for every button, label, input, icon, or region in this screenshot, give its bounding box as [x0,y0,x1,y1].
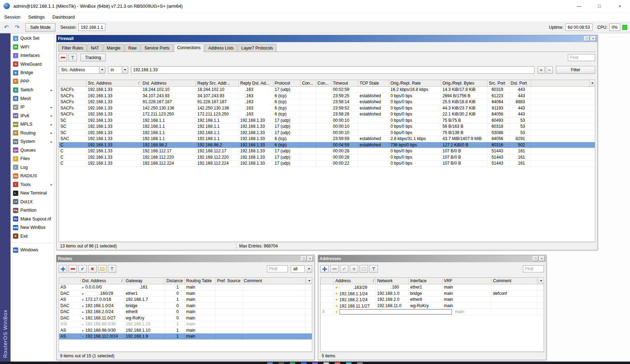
sidebar-item-routing[interactable]: RRouting▸ [11,129,54,138]
filter-operator-dropdown-button[interactable] [122,66,128,74]
taskbar-icon[interactable] [267,362,273,364]
column-header-comment[interactable]: Comment [242,278,306,284]
restore-button[interactable]: □ [533,256,538,261]
disable-route-button[interactable]: ✖ [88,265,97,273]
taskbar-icon[interactable] [312,362,318,364]
close-window-button[interactable]: × [539,256,545,261]
minimize-button[interactable]: — [569,0,589,12]
sidebar-item-queues[interactable]: QuQueues [11,146,54,155]
sidebar-item-radius[interactable]: RaRADIUS [11,172,54,180]
column-menu-button[interactable] [538,278,544,284]
route-row[interactable]: DAC▸192.168.2.0/24ether80main [59,309,312,315]
maximize-button[interactable]: □ [589,0,610,12]
column-menu-button[interactable] [306,278,312,284]
connection-row[interactable]: C192.168.1.33192.168.112.220192.168.112.… [59,154,595,161]
filter-apply-button[interactable]: Filter [556,66,595,74]
sidebar-item-new-winbox[interactable]: WBNew WinBox [11,223,54,232]
remove-address-button[interactable] [330,265,339,273]
column-header-protocol[interactable]: Protocol [273,80,301,86]
tracking-button[interactable]: Tracking [80,54,106,61]
column-header-vrf[interactable]: VRF [442,278,492,284]
connection-row[interactable]: SC192.168.1.33192.168.1.1192.168.1.1192.… [59,118,595,124]
connection-row[interactable]: SACFs192.168.1.33142.250.130.136142.250.… [59,105,595,112]
column-header-tcp-state[interactable]: TCP State [358,80,389,86]
addresses-find-input[interactable] [523,265,544,272]
sidebar-item-switch[interactable]: SSwitch▸ [11,86,54,94]
column-header-address[interactable]: Address/ [334,278,376,284]
route-row[interactable]: DAC▸192.168.11.0/27wg-RoKry0main [59,315,312,322]
column-header-dst-address[interactable]: Dst. Address [141,80,196,86]
routes-find-input[interactable] [267,265,288,272]
connection-row[interactable]: SACFs192.168.1.3391.228.167.18791.228.16… [59,99,595,105]
disable-address-button[interactable]: ✖ [350,265,358,273]
column-header-con[interactable]: Con... [316,80,332,86]
routes-scope-dropdown-button[interactable] [306,265,312,273]
sidebar-item-ppp[interactable]: PPPP [11,77,54,86]
routes-scope-select[interactable]: all [291,265,305,273]
route-row[interactable]: XSI▸192.168.88.0/30192.168.1.101main [59,321,312,327]
routes-titlebar[interactable]: Routes □ × [57,255,314,262]
column-header-flags[interactable] [59,278,81,284]
sidebar-item-partition[interactable]: PaPartition [11,206,54,215]
sidebar-item-wifi[interactable]: WWiFi [11,43,54,52]
menu-session[interactable]: Session [4,14,21,20]
filter-remove-button[interactable]: − [546,66,553,74]
column-header-interface[interactable]: Interface [409,278,442,284]
titlebar[interactable]: admin@192.168.1.1 (MikroTik) - WinBox (6… [0,0,630,12]
column-header-con[interactable]: Con... [301,80,316,86]
close-window-button[interactable]: × [590,36,596,41]
taskbar-icon[interactable] [323,362,329,364]
tab-nat[interactable]: NAT [87,44,103,52]
sidebar-item-ipv6[interactable]: v6IPv6▸ [11,112,54,120]
sidebar-item-new-terminal[interactable]: >_New Terminal [11,189,54,198]
menu-dashboard[interactable]: Dashboard [52,14,76,20]
column-menu-button[interactable] [589,80,595,86]
column-header-comment[interactable]: Comment [492,278,537,284]
sidebar-item-ip[interactable]: IPIP▸ [11,103,54,112]
column-header-network[interactable]: Network [376,278,409,284]
comment-address-button[interactable] [360,265,368,273]
column-header-routing-table[interactable]: Routing Table [185,278,216,284]
filter-addresses-button[interactable] [369,265,378,273]
menu-settings[interactable]: Settings [27,14,45,20]
sidebar-item-tools[interactable]: TTools▸ [11,180,54,189]
column-header-src-address[interactable]: Src. Address/ [86,80,141,86]
connection-row[interactable]: C192.168.1.33192.168.112.17192.168.112.1… [59,148,595,154]
comment-route-button[interactable] [98,265,106,273]
connection-row[interactable]: SC192.168.1.33192.168.1.1192.168.1.1192.… [59,124,595,130]
route-row[interactable]: AS▸192.168.98.0/30192.168.1.101main [59,327,312,334]
sidebar-item-make-supout-rif[interactable]: SuMake Supout.rif [11,215,54,224]
tab-layer7-protocols[interactable]: Layer7 Protocols [238,44,276,52]
taskbar-icon[interactable] [301,362,307,364]
safe-mode-button[interactable]: Safe Mode [25,23,55,32]
close-button[interactable]: × [610,0,630,12]
route-row[interactable]: DAC▸.160/29ether10main [59,291,312,297]
sidebar-item-system[interactable]: SySystem▸ [11,137,54,146]
enable-address-button[interactable]: ✔ [340,265,348,273]
os-taskbar[interactable] [0,362,630,364]
filter-routes-button[interactable] [108,265,116,273]
sidebar-item-dot1x[interactable]: 1XDot1X [11,198,54,206]
filter-field-dropdown-button[interactable] [99,66,105,74]
enable-route-button[interactable]: ✔ [78,265,87,273]
column-header-orig-repl-bytes[interactable]: Orig./Repl. Bytes [441,80,487,86]
tab-raw[interactable]: Raw [125,44,140,52]
filter-add-button[interactable]: + [538,66,545,74]
add-route-button[interactable] [59,265,67,273]
sidebar-item-wireguard[interactable]: GWireGuard [11,60,54,69]
address-row[interactable]: +192.168.2.1/24192.168.2.0ether8main [321,297,544,303]
add-address-button[interactable] [320,265,329,273]
column-header-reply-src-addr[interactable]: Reply Src. Addr... [196,80,239,86]
column-header-gateway[interactable]: Gateway [124,278,165,284]
filter-operator-select[interactable]: in [108,66,122,74]
column-header-dst-port[interactable]: Dst. Port [509,80,531,86]
connection-row[interactable]: SAC192.168.1.33192.168.1.1192.168.1.1192… [59,136,595,142]
column-header-reply-dst-ad[interactable]: Reply Dst. Ad... [239,80,273,86]
filter-field-select[interactable]: Src. Address [59,66,99,74]
column-header-dst-address[interactable]: Dst. Address/ [81,278,124,284]
sidebar-item-interfaces[interactable]: IInterfaces [11,51,54,60]
column-header-flags[interactable] [321,278,334,284]
restore-button[interactable]: □ [301,256,307,261]
column-header-orig-repl-rate[interactable]: Orig./Repl. Rate [389,80,441,86]
connection-row[interactable]: C192.168.1.33192.168.98.2192.168.98.2192… [59,142,595,148]
